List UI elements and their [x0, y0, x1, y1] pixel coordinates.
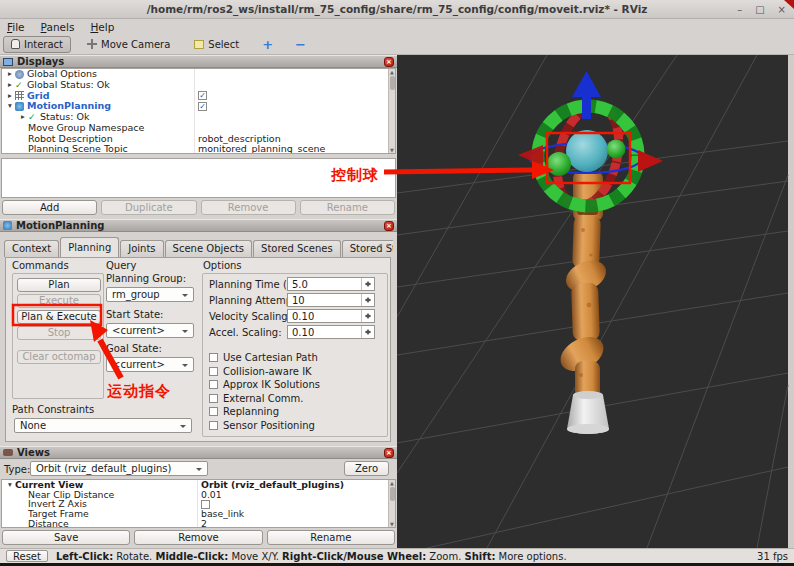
expander-icon[interactable]: ▸ — [5, 69, 15, 80]
spin-down-icon[interactable] — [365, 299, 371, 306]
close-icon[interactable]: × — [384, 448, 394, 458]
displays-tree[interactable]: ▸Global Options▸✓Global Status: Ok▸Grid✓… — [1, 68, 396, 154]
displays-row-global-options[interactable]: ▸Global Options — [2, 69, 395, 80]
planning-attempts-spinbox[interactable]: 10 — [287, 293, 375, 307]
motionplanning-panel-header[interactable]: MotionPlanning × — [0, 219, 397, 232]
3d-viewport[interactable] — [397, 55, 794, 548]
reset-button[interactable]: Reset — [6, 550, 48, 562]
tool-select[interactable]: Select — [186, 36, 247, 53]
close-icon[interactable]: × — [778, 5, 786, 15]
zero-button[interactable]: Zero — [344, 461, 389, 476]
checkbox-box[interactable] — [209, 353, 218, 362]
close-icon[interactable]: × — [384, 221, 394, 231]
green-handle-left[interactable] — [547, 152, 571, 176]
views-panel-header[interactable]: Views × — [0, 446, 397, 459]
plan-button[interactable]: Plan — [17, 278, 101, 292]
tab-scroll-left-icon[interactable]: ◂ — [376, 241, 384, 249]
green-handle-right[interactable] — [607, 140, 626, 159]
checkbox-use-cartesian-path[interactable]: Use Cartesian Path — [209, 352, 318, 363]
visibility-checkbox[interactable]: ✓ — [198, 91, 207, 100]
scroll-down-icon[interactable]: ▼ — [389, 147, 395, 153]
views-tree[interactable]: ▾Current ViewOrbit (rviz_default_plugins… — [1, 479, 396, 528]
tab-scene-objects[interactable]: Scene Objects — [165, 240, 252, 257]
tool-move-camera[interactable]: Move Camera — [79, 36, 178, 53]
views-row-distance[interactable]: Distance2 — [2, 519, 395, 528]
checkbox-collision-aware-ik[interactable]: Collision-aware IK — [209, 366, 312, 377]
checkbox-box[interactable] — [209, 407, 218, 416]
velocity-scaling-spinbox[interactable]: 0.10 — [287, 309, 375, 323]
menu-file[interactable]: File — [7, 21, 25, 33]
close-icon[interactable]: × — [384, 57, 394, 67]
displays-row-robot-description[interactable]: Robot Descriptionrobot_description — [2, 134, 395, 145]
add-button[interactable]: Add — [2, 200, 97, 215]
displays-row-motionplanning[interactable]: ▾MotionPlanning✓ — [2, 101, 395, 112]
clear-octomap-button: Clear octomap — [17, 350, 101, 364]
control-ball-sphere[interactable] — [566, 130, 608, 172]
displays-row-planning-scene-topic[interactable]: Planning Scene Topicmonitored_planning_s… — [2, 144, 395, 154]
titlebar[interactable]: /home/rm/ros2_ws/install/rm_75_config/sh… — [0, 0, 794, 19]
window-title: /home/rm/ros2_ws/install/rm_75_config/sh… — [147, 3, 648, 15]
displays-row-global-status-ok[interactable]: ▸✓Global Status: Ok — [2, 80, 395, 91]
checkbox-box[interactable] — [209, 421, 218, 430]
tab-planning[interactable]: Planning — [60, 237, 119, 257]
3d-scene — [397, 55, 794, 548]
minimize-icon[interactable]: – — [737, 5, 742, 15]
zoom-out-button[interactable]: − — [288, 37, 313, 52]
tab-stored-scenes[interactable]: Stored Scenes — [253, 240, 341, 257]
accel-scaling-spinbox[interactable]: 0.10 — [287, 325, 375, 339]
displays-tree-scrollbar[interactable]: ▲ ▼ — [388, 69, 395, 153]
zoom-in-button[interactable]: + — [255, 37, 280, 52]
checkbox-box[interactable] — [209, 380, 218, 389]
checkbox-replanning[interactable]: Replanning — [209, 406, 279, 417]
displays-panel-header[interactable]: Displays × — [0, 55, 397, 68]
path-constraints-select[interactable]: None — [14, 418, 192, 433]
expander-icon[interactable]: ▾ — [5, 480, 15, 490]
save-button[interactable]: Save — [2, 530, 130, 545]
tool-interact[interactable]: Interact — [3, 36, 71, 53]
views-row-current-view[interactable]: ▾Current ViewOrbit (rviz_default_plugins… — [2, 480, 395, 490]
rename-button[interactable]: Rename — [267, 530, 395, 545]
spin-down-icon[interactable] — [365, 283, 371, 290]
z-axis-arrow[interactable] — [582, 97, 591, 119]
displays-row-status-ok[interactable]: ▸✓Status: Ok — [2, 112, 395, 123]
views-tree-scrollbar[interactable]: ▲ ▼ — [388, 480, 395, 527]
checkbox-sensor-positioning[interactable]: Sensor Positioning — [209, 420, 315, 431]
checkbox-box[interactable] — [209, 394, 218, 403]
checkbox-box[interactable] — [209, 367, 218, 376]
scroll-down-icon[interactable]: ▼ — [389, 521, 395, 527]
planning-group-select[interactable]: rm_group — [106, 287, 194, 302]
remove-button[interactable]: Remove — [134, 530, 262, 545]
views-row-invert-z-axis[interactable]: Invert Z Axis — [2, 499, 395, 509]
menu-panels[interactable]: Panels — [41, 21, 75, 33]
displays-row-move-group-namespace[interactable]: Move Group Namespace — [2, 123, 395, 134]
views-row-target-frame[interactable]: Target Framebase_link — [2, 509, 395, 519]
visibility-checkbox[interactable] — [201, 500, 210, 509]
plan-execute-button[interactable]: Plan & Execute — [17, 310, 101, 324]
expander-icon[interactable]: ▸ — [18, 112, 28, 123]
displays-row-grid[interactable]: ▸Grid✓ — [2, 91, 395, 102]
views-row-near-clip-distance[interactable]: Near Clip Distance0.01 — [2, 490, 395, 500]
options-groupbox: Planning Time (s):5.0Planning Attempts:1… — [202, 273, 388, 437]
scroll-up-icon[interactable]: ▲ — [389, 480, 395, 486]
checkbox-external-comm[interactable]: External Comm. — [209, 393, 303, 404]
tab-context[interactable]: Context — [4, 240, 59, 257]
tab-joints[interactable]: Joints — [120, 240, 163, 257]
checkbox-approx-ik-solutions[interactable]: Approx IK Solutions — [209, 379, 320, 390]
goal-state-select[interactable]: <current> — [106, 357, 194, 372]
expander-icon[interactable]: ▾ — [5, 101, 15, 112]
views-type-select[interactable]: Orbit (rviz_default_plugins) — [30, 461, 208, 476]
expander-icon[interactable]: ▸ — [5, 80, 15, 91]
expander-icon[interactable]: ▸ — [5, 91, 15, 102]
tab-scroll-right-icon[interactable]: ▸ — [385, 241, 393, 249]
visibility-checkbox[interactable]: ✓ — [198, 102, 207, 111]
scrollbar-thumb[interactable] — [390, 487, 395, 501]
spin-down-icon[interactable] — [365, 331, 371, 338]
planning-time-s-spinbox[interactable]: 5.0 — [287, 277, 375, 291]
spin-down-icon[interactable] — [365, 315, 371, 322]
spinbox-buttons — [361, 326, 374, 338]
scrollbar-thumb[interactable] — [390, 76, 395, 90]
start-state-select[interactable]: <current> — [106, 323, 194, 338]
scroll-up-icon[interactable]: ▲ — [389, 69, 395, 75]
maximize-icon[interactable]: □ — [755, 5, 764, 15]
menu-help[interactable]: Help — [90, 21, 114, 33]
